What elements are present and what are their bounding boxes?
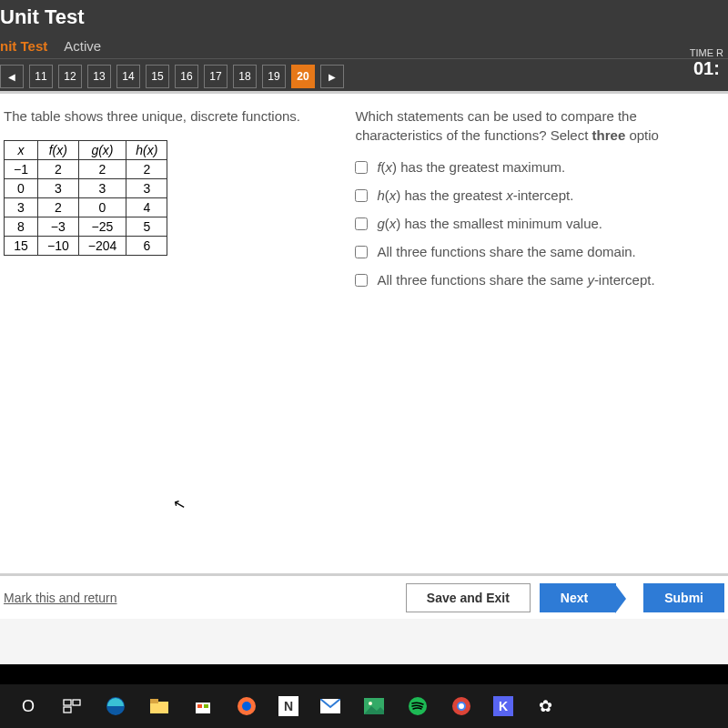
edge-icon[interactable] [104, 694, 127, 718]
svg-point-10 [242, 702, 251, 711]
nav-next-button[interactable]: ▶ [320, 65, 344, 88]
table-header-row: x f(x) g(x) h(x) [5, 141, 167, 160]
page-title: Unit Test [0, 0, 728, 29]
svg-rect-0 [64, 700, 71, 705]
checkbox-1[interactable] [355, 161, 368, 174]
nav-item-15[interactable]: 15 [146, 65, 169, 88]
app-k-icon[interactable]: K [493, 696, 513, 716]
photos-icon[interactable] [362, 694, 386, 718]
table-row: 3204 [5, 198, 167, 217]
answer-options: f(x) has the greatest maximum. h(x) has … [355, 159, 724, 288]
spotify-icon[interactable] [406, 694, 430, 718]
option-1-label: f(x) has the greatest maximum. [377, 159, 565, 175]
question-content: The table shows three unique, discrete f… [0, 91, 728, 619]
next-button[interactable]: Next [540, 583, 616, 612]
timer: TIME R 01: [690, 47, 723, 79]
th-fx: f(x) [37, 141, 78, 160]
option-5-label: All three functions share the same y-int… [377, 272, 654, 288]
nav-item-20[interactable]: 20 [291, 65, 315, 88]
timer-label: TIME R [690, 47, 723, 58]
question-right: Which statements can be used to compare … [355, 106, 724, 619]
option-3-label: g(x) has the smallest minimum value. [377, 216, 602, 231]
svg-rect-8 [204, 704, 208, 708]
checkbox-4[interactable] [355, 246, 368, 258]
th-gx: g(x) [78, 141, 126, 160]
nav-item-17[interactable]: 17 [204, 65, 228, 88]
option-3[interactable]: g(x) has the smallest minimum value. [355, 216, 724, 231]
question-left: The table shows three unique, discrete f… [4, 106, 344, 619]
svg-point-17 [459, 703, 464, 709]
table-row: 8−3−255 [5, 217, 167, 237]
footer-bar: Mark this and return Save and Exit Next … [0, 573, 728, 619]
windows-taskbar[interactable]: O N K ✿ [0, 684, 728, 728]
checkbox-3[interactable] [355, 217, 368, 230]
firefox-icon[interactable] [235, 694, 258, 718]
breadcrumb: nit Test Active [0, 33, 728, 58]
svg-rect-2 [64, 707, 71, 713]
search-icon[interactable]: O [16, 694, 40, 718]
question-nav: ◀ 11 12 13 14 15 16 17 18 19 20 ▶ [0, 58, 728, 95]
settings-icon[interactable]: ✿ [533, 694, 557, 718]
mail-icon[interactable] [318, 694, 342, 718]
crumb-test[interactable]: nit Test [0, 38, 47, 54]
option-1[interactable]: f(x) has the greatest maximum. [355, 159, 724, 175]
table-row: 15−10−2046 [5, 237, 167, 256]
header: Unit Test nit Test Active ◀ 11 12 13 14 … [0, 0, 728, 91]
left-prompt: The table shows three unique, discrete f… [4, 106, 344, 126]
nav-item-19[interactable]: 19 [262, 65, 286, 88]
nav-item-12[interactable]: 12 [58, 65, 82, 88]
svg-rect-1 [73, 700, 80, 705]
svg-rect-7 [197, 704, 202, 708]
nav-item-11[interactable]: 11 [29, 65, 53, 88]
option-4[interactable]: All three functions share the same domai… [355, 244, 724, 259]
store-icon[interactable] [191, 694, 215, 718]
th-hx: h(x) [126, 141, 167, 160]
option-2-label: h(x) has the greatest x-intercept. [377, 187, 573, 203]
option-4-label: All three functions share the same domai… [377, 244, 635, 259]
option-5[interactable]: All three functions share the same y-int… [355, 272, 724, 288]
file-explorer-icon[interactable] [147, 694, 171, 718]
option-2[interactable]: h(x) has the greatest x-intercept. [355, 187, 724, 203]
nav-item-13[interactable]: 13 [87, 65, 111, 88]
nav-item-16[interactable]: 16 [175, 65, 198, 88]
function-table: x f(x) g(x) h(x) −1222 0333 3204 8−3−255… [4, 140, 167, 256]
nav-item-18[interactable]: 18 [233, 65, 257, 88]
task-view-icon[interactable] [60, 694, 84, 718]
timer-value: 01: [690, 58, 723, 79]
th-x: x [5, 141, 38, 160]
save-exit-button[interactable]: Save and Exit [406, 583, 531, 612]
app-n-icon[interactable]: N [278, 696, 298, 716]
checkbox-5[interactable] [355, 274, 368, 287]
nav-item-14[interactable]: 14 [116, 65, 140, 88]
right-prompt: Which statements can be used to compare … [355, 106, 724, 145]
mark-return-link[interactable]: Mark this and return [4, 591, 117, 605]
app-window: Unit Test nit Test Active ◀ 11 12 13 14 … [0, 0, 728, 664]
submit-button[interactable]: Submi [643, 583, 724, 612]
table-row: −1222 [5, 160, 167, 179]
crumb-active: Active [64, 38, 101, 54]
checkbox-2[interactable] [355, 189, 368, 202]
chrome-icon[interactable] [450, 694, 473, 718]
table-row: 0333 [5, 179, 167, 198]
svg-point-13 [369, 702, 372, 705]
nav-prev-button[interactable]: ◀ [0, 65, 24, 88]
svg-rect-5 [150, 699, 158, 703]
